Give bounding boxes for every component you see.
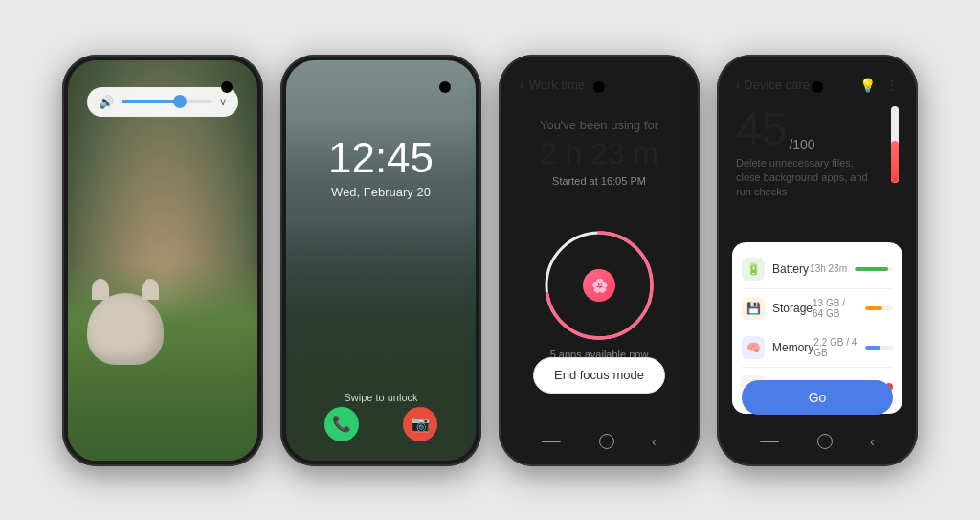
camera-punch-hole (593, 81, 605, 93)
page-title: Work time (529, 78, 585, 92)
end-focus-label: End focus mode (554, 368, 644, 382)
nav-back[interactable]: ‹ (652, 434, 657, 449)
back-nav[interactable]: ‹ Device care (736, 78, 810, 92)
nav-home[interactable] (599, 434, 614, 449)
memory-icon: 🧠 (742, 336, 765, 359)
camera-icon[interactable]: 📷 (403, 407, 437, 441)
storage-icon: 💾 (742, 297, 765, 320)
nav-recent[interactable] (542, 441, 561, 442)
storage-label: Storage (772, 302, 813, 315)
camera-punch-hole (439, 81, 451, 93)
back-arrow-icon: ‹ (736, 78, 740, 92)
score-row: 45 /100 Delete unnecessary files, close … (736, 106, 899, 200)
cat-illustration (87, 293, 164, 365)
camera-punch-hole (812, 81, 823, 93)
header-title: Device care (744, 78, 810, 92)
battery-bar-fill (855, 267, 888, 271)
battery-stat-row[interactable]: 🔋 Battery 13h 23m (742, 250, 893, 289)
battery-label: Battery (772, 262, 810, 276)
swipe-unlock-text: Swipe to unlock (286, 392, 476, 403)
phone-4-screen: ‹ Device care 💡 ⋮ 45 /100 Delete u (723, 60, 912, 461)
storage-value: 13 GB / 64 GB (813, 298, 858, 319)
volume-fill (122, 100, 180, 103)
score-bar (891, 106, 899, 183)
device-score: 45 /100 Delete unnecessary files, close … (736, 106, 899, 200)
phones-container: 🔊 ∨ 12:45 Wed, February 20 Swipe to unlo… (43, 35, 937, 486)
phone-1: 🔊 ∨ (62, 55, 263, 466)
storage-bar-fill (865, 306, 882, 310)
phone-2: 12:45 Wed, February 20 Swipe to unlock 📞… (280, 55, 481, 466)
more-options-icon[interactable]: ⋮ (885, 78, 899, 93)
phone-2-screen: 12:45 Wed, February 20 Swipe to unlock 📞… (286, 60, 476, 461)
phone-4: ‹ Device care 💡 ⋮ 45 /100 Delete u (717, 55, 918, 466)
using-for-label: You've been using for (504, 118, 694, 132)
date-display: Wed, February 20 (286, 185, 476, 199)
score-container: 45 /100 Delete unnecessary files, close … (736, 106, 870, 200)
memory-label: Memory (772, 341, 813, 354)
focus-content: You've been using for 2 h 23 m Started a… (504, 118, 694, 187)
lock-screen-actions: 📞 📷 (286, 407, 476, 441)
end-focus-button[interactable]: End focus mode (533, 357, 665, 394)
navigation-bar: ‹ (504, 434, 694, 449)
nav-recent[interactable] (760, 441, 779, 442)
lock-screen-time: 12:45 Wed, February 20 (286, 137, 476, 199)
work-time-header: ‹ Work time (520, 78, 585, 93)
progress-circle: 🌸 (537, 223, 661, 348)
bulb-icon[interactable]: 💡 (859, 78, 876, 93)
phone-1-screen: 🔊 ∨ (68, 60, 257, 461)
battery-icon: 🔋 (742, 258, 765, 281)
volume-control[interactable]: 🔊 ∨ (87, 87, 238, 117)
focus-timer-circle: 🌸 (537, 223, 661, 348)
volume-icon: 🔊 (99, 95, 114, 109)
time-display: 12:45 (286, 137, 476, 179)
score-max: /100 (789, 137, 814, 152)
nav-home[interactable] (817, 434, 833, 449)
score-number: 45 (736, 106, 787, 152)
duration-display: 2 h 23 m (504, 136, 694, 171)
header-actions: 💡 ⋮ (859, 78, 899, 93)
storage-stat-row[interactable]: 💾 Storage 13 GB / 64 GB (742, 289, 893, 328)
memory-bar-fill (865, 346, 880, 350)
nav-back[interactable]: ‹ (870, 434, 875, 449)
volume-thumb[interactable] (173, 95, 187, 108)
memory-bar (865, 346, 893, 350)
score-bar-fill (891, 141, 899, 183)
go-label: Go (809, 390, 827, 405)
go-button[interactable]: Go (742, 380, 893, 415)
start-time: Started at 16:05 PM (504, 175, 694, 187)
call-icon[interactable]: 📞 (324, 407, 359, 441)
battery-bar (855, 267, 893, 271)
battery-value: 13h 23m (810, 263, 847, 274)
back-button[interactable]: ‹ (520, 78, 524, 93)
volume-track[interactable] (122, 100, 212, 103)
storage-bar (865, 306, 893, 310)
navigation-bar: ‹ (723, 434, 912, 449)
camera-punch-hole (221, 81, 233, 93)
score-description: Delete unnecessary files, close backgrou… (736, 156, 870, 200)
memory-value: 2.2 GB / 4 GB (813, 337, 857, 358)
memory-stat-row[interactable]: 🧠 Memory 2.2 GB / 4 GB (742, 328, 893, 368)
phone-3: ‹ Work time You've been using for 2 h 23… (499, 55, 700, 466)
chevron-down-icon: ∨ (219, 96, 227, 108)
focus-mode-icon: 🌸 (583, 269, 615, 302)
phone-3-screen: ‹ Work time You've been using for 2 h 23… (504, 60, 694, 461)
